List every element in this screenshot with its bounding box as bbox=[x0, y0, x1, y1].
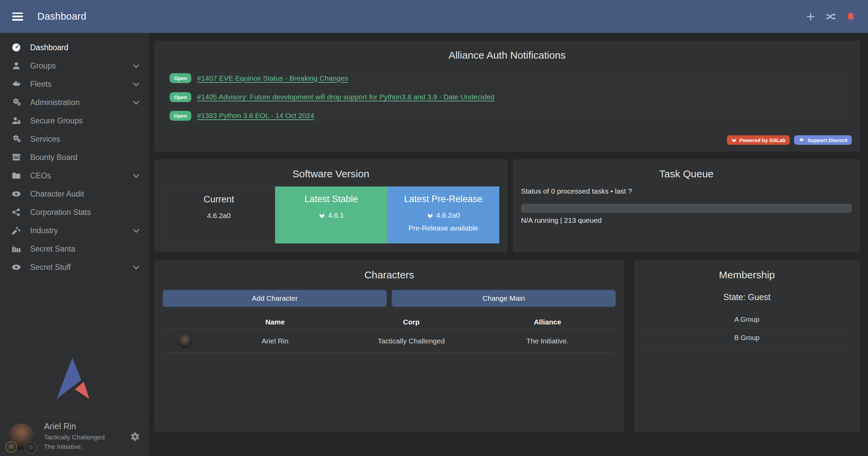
version-value: 4.6.2a0 bbox=[207, 212, 231, 220]
folder-icon bbox=[12, 171, 21, 180]
notifications-title: Alliance Auth Notifications bbox=[154, 41, 860, 61]
chevron-down-icon bbox=[133, 98, 139, 104]
software-version-title: Software Version bbox=[154, 159, 507, 180]
notification-item: Open #1383 Python 3.8 EOL - 14 Oct 2024 bbox=[163, 106, 851, 125]
sidebar-item-label: Bounty Board bbox=[30, 153, 77, 162]
gitlab-icon bbox=[731, 137, 737, 143]
sidebar-item-dashboard[interactable]: Dashboard bbox=[0, 38, 149, 57]
notification-link[interactable]: #1405 Advisory: Future development will … bbox=[197, 93, 495, 101]
sidebar-item-label: Secret Stuff bbox=[30, 263, 71, 272]
page-title: Dashboard bbox=[37, 11, 86, 22]
characters-table-header: Name Corp Alliance bbox=[163, 315, 616, 330]
user-panel: Ariel Rin Tactically Challenged The Init… bbox=[0, 417, 149, 456]
software-version-panel: Software Version Current 4.6.2a0 Latest … bbox=[154, 159, 507, 253]
gitlab-icon bbox=[319, 212, 325, 219]
gifts-icon bbox=[12, 244, 21, 254]
app-root: Dashboard Dashboard Groups Fleets bbox=[0, 0, 868, 456]
sidebar-item-bounty-board[interactable]: Bounty Board bbox=[0, 148, 149, 166]
sidebar-item-fleets[interactable]: Fleets bbox=[0, 75, 149, 93]
characters-table: Name Corp Alliance Ariel Rin Tactically … bbox=[163, 315, 616, 353]
sidebar: Dashboard Groups Fleets Administration S… bbox=[0, 33, 149, 456]
user-settings-gear-icon[interactable] bbox=[129, 431, 140, 442]
character-corp: Tactically Challenged bbox=[343, 337, 480, 345]
user-avatar bbox=[8, 423, 35, 450]
gitlab-icon bbox=[427, 212, 433, 219]
sidebar-item-secure-groups[interactable]: Secure Groups bbox=[0, 112, 149, 130]
sidebar-item-label: Character Audit bbox=[30, 190, 84, 199]
characters-title: Characters bbox=[154, 260, 624, 281]
sidebar-item-label: Secure Groups bbox=[30, 116, 83, 125]
notification-item: Open #1407 EVE Equinox Status - Breaking… bbox=[163, 69, 851, 87]
user-icon bbox=[12, 61, 21, 71]
add-icon[interactable] bbox=[806, 12, 816, 22]
membership-groups-list: A Group B Group bbox=[642, 310, 851, 347]
sidebar-item-secret-stuff[interactable]: Secret Stuff bbox=[0, 258, 149, 276]
status-badge: Open bbox=[170, 73, 191, 83]
sidebar-item-label: Secret Santa bbox=[30, 244, 75, 254]
chevron-down-icon bbox=[133, 172, 139, 178]
space-shuttle-icon bbox=[12, 79, 21, 89]
tachometer-icon bbox=[12, 43, 21, 52]
notification-link[interactable]: #1407 EVE Equinox Status - Breaking Chan… bbox=[197, 74, 348, 82]
task-queue-panel: Task Queue Status of 0 processed tasks •… bbox=[513, 159, 860, 253]
col-header-alliance: Alliance bbox=[479, 318, 616, 326]
chevron-down-icon bbox=[133, 80, 139, 86]
task-queue-counts-line: N/A running | 213 queued bbox=[521, 216, 602, 224]
hammer-icon bbox=[12, 226, 21, 235]
version-value: 4.6.1 bbox=[328, 211, 344, 219]
user-lock-icon bbox=[12, 116, 21, 125]
corp-logo-icon bbox=[5, 441, 17, 453]
notification-link[interactable]: #1383 Python 3.8 EOL - 14 Oct 2024 bbox=[197, 112, 314, 120]
notifications-bell-icon[interactable] bbox=[846, 12, 856, 22]
cogs-icon bbox=[12, 134, 21, 144]
alliance-auth-logo bbox=[52, 357, 94, 401]
version-latest-prerelease: Latest Pre-Release 4.6.2a0 Pre-Release a… bbox=[387, 186, 499, 243]
shuffle-icon[interactable] bbox=[825, 12, 836, 22]
store-icon bbox=[12, 153, 21, 162]
sidebar-item-character-audit[interactable]: Character Audit bbox=[0, 185, 149, 203]
sidebar-item-industry[interactable]: Industry bbox=[0, 221, 149, 240]
menu-toggle-icon[interactable] bbox=[12, 13, 23, 21]
powered-by-gitlab-badge[interactable]: Powered by GitLab bbox=[727, 135, 790, 145]
membership-title: Membership bbox=[634, 260, 860, 281]
sidebar-item-label: Dashboard bbox=[30, 43, 69, 52]
version-current: Current 4.6.2a0 bbox=[162, 186, 275, 243]
discord-icon bbox=[798, 137, 805, 143]
group-item: B Group bbox=[642, 329, 851, 347]
prerelease-note: Pre-Release available bbox=[387, 224, 499, 232]
membership-state: State: Guest bbox=[634, 292, 860, 302]
version-label: Latest Stable bbox=[275, 194, 387, 204]
chevron-down-icon bbox=[133, 62, 139, 68]
sidebar-item-label: Industry bbox=[30, 226, 58, 235]
alliance-logo-icon bbox=[25, 442, 37, 453]
eye-icon bbox=[12, 262, 21, 272]
sidebar-item-label: Administration bbox=[30, 98, 80, 107]
character-row: Ariel Rin Tactically Challenged The Init… bbox=[163, 330, 616, 353]
user-alliance: The Initiative. bbox=[44, 442, 105, 452]
sidebar-item-corporation-stats[interactable]: Corporation Stats bbox=[0, 203, 149, 221]
col-header-corp: Corp bbox=[343, 318, 480, 326]
notifications-footer-badges: Powered by GitLab Support Discord bbox=[727, 135, 852, 145]
sidebar-nav: Dashboard Groups Fleets Administration S… bbox=[0, 33, 149, 276]
cogs-icon bbox=[12, 98, 21, 107]
version-label: Current bbox=[163, 194, 275, 205]
add-character-button[interactable]: Add Character bbox=[163, 290, 387, 307]
change-main-button[interactable]: Change Main bbox=[392, 290, 616, 307]
sidebar-item-services[interactable]: Services bbox=[0, 130, 149, 148]
sidebar-item-administration[interactable]: Administration bbox=[0, 93, 149, 112]
version-label: Latest Pre-Release bbox=[387, 194, 499, 204]
col-header-name: Name bbox=[207, 318, 343, 326]
sidebar-item-label: Services bbox=[30, 135, 60, 144]
support-discord-badge[interactable]: Support Discord bbox=[794, 135, 852, 145]
badge-label: Support Discord bbox=[807, 137, 847, 143]
status-badge: Open bbox=[170, 92, 191, 102]
user-info: Ariel Rin Tactically Challenged The Init… bbox=[44, 421, 105, 451]
user-name: Ariel Rin bbox=[44, 421, 105, 431]
sidebar-item-ceos[interactable]: CEOs bbox=[0, 166, 149, 185]
sidebar-item-secret-santa[interactable]: Secret Santa bbox=[0, 240, 149, 258]
sidebar-item-groups[interactable]: Groups bbox=[0, 57, 149, 75]
notifications-list: Open #1407 EVE Equinox Status - Breaking… bbox=[162, 68, 852, 125]
version-latest-stable: Latest Stable 4.6.1 bbox=[275, 186, 387, 243]
characters-buttons: Add Character Change Main bbox=[163, 290, 616, 307]
version-value: 4.6.2a0 bbox=[436, 211, 460, 219]
